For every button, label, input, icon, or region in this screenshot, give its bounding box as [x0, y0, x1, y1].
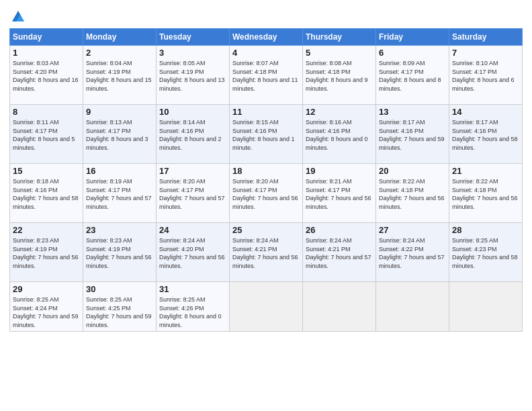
column-header-monday: Monday	[83, 29, 157, 46]
calendar-cell: 28 Sunrise: 8:25 AMSunset: 4:23 PMDaylig…	[449, 223, 523, 282]
day-info: Sunrise: 8:22 AMSunset: 4:18 PMDaylight:…	[452, 178, 518, 210]
day-info: Sunrise: 8:20 AMSunset: 4:17 PMDaylight:…	[232, 178, 298, 210]
day-info: Sunrise: 8:23 AMSunset: 4:19 PMDaylight:…	[86, 237, 152, 269]
day-info: Sunrise: 8:25 AMSunset: 4:23 PMDaylight:…	[452, 237, 518, 269]
day-number: 5	[306, 48, 373, 58]
day-info: Sunrise: 8:17 AMSunset: 4:16 PMDaylight:…	[379, 119, 445, 151]
calendar-cell: 3 Sunrise: 8:05 AMSunset: 4:19 PMDayligh…	[157, 46, 230, 105]
day-info: Sunrise: 8:20 AMSunset: 4:17 PMDaylight:…	[159, 178, 225, 210]
calendar-cell: 2 Sunrise: 8:04 AMSunset: 4:19 PMDayligh…	[83, 46, 157, 105]
logo	[9, 7, 26, 24]
day-number: 8	[13, 107, 80, 117]
day-info: Sunrise: 8:04 AMSunset: 4:19 PMDaylight:…	[86, 60, 152, 92]
day-info: Sunrise: 8:22 AMSunset: 4:18 PMDaylight:…	[379, 178, 445, 210]
calendar-cell: 23 Sunrise: 8:23 AMSunset: 4:19 PMDaylig…	[83, 223, 157, 282]
calendar-cell	[303, 282, 376, 332]
day-info: Sunrise: 8:25 AMSunset: 4:25 PMDaylight:…	[86, 296, 152, 328]
day-info: Sunrise: 8:05 AMSunset: 4:19 PMDaylight:…	[159, 60, 225, 92]
day-number: 25	[232, 225, 300, 235]
calendar-cell	[230, 282, 303, 332]
calendar-cell: 19 Sunrise: 8:21 AMSunset: 4:17 PMDaylig…	[303, 164, 376, 223]
day-number: 2	[86, 48, 153, 58]
calendar-cell: 1 Sunrise: 8:03 AMSunset: 4:20 PMDayligh…	[10, 46, 83, 105]
day-info: Sunrise: 8:24 AMSunset: 4:20 PMDaylight:…	[159, 237, 225, 269]
page: SundayMondayTuesdayWednesdayThursdayFrid…	[0, 0, 532, 411]
day-number: 7	[452, 48, 519, 58]
calendar-cell: 4 Sunrise: 8:07 AMSunset: 4:18 PMDayligh…	[230, 46, 303, 105]
day-number: 18	[232, 166, 300, 176]
day-info: Sunrise: 8:03 AMSunset: 4:20 PMDaylight:…	[13, 60, 79, 92]
calendar: SundayMondayTuesdayWednesdayThursdayFrid…	[9, 28, 523, 332]
day-info: Sunrise: 8:25 AMSunset: 4:24 PMDaylight:…	[13, 296, 79, 328]
calendar-cell: 27 Sunrise: 8:24 AMSunset: 4:22 PMDaylig…	[376, 223, 449, 282]
day-number: 4	[232, 48, 300, 58]
day-number: 21	[452, 166, 519, 176]
day-info: Sunrise: 8:24 AMSunset: 4:22 PMDaylight:…	[379, 237, 445, 269]
day-number: 26	[306, 225, 373, 235]
calendar-cell: 20 Sunrise: 8:22 AMSunset: 4:18 PMDaylig…	[376, 164, 449, 223]
day-info: Sunrise: 8:10 AMSunset: 4:17 PMDaylight:…	[452, 60, 515, 92]
day-number: 19	[306, 166, 373, 176]
calendar-cell: 25 Sunrise: 8:24 AMSunset: 4:21 PMDaylig…	[230, 223, 303, 282]
day-info: Sunrise: 8:24 AMSunset: 4:21 PMDaylight:…	[306, 237, 371, 269]
day-info: Sunrise: 8:18 AMSunset: 4:16 PMDaylight:…	[13, 178, 79, 210]
calendar-cell: 8 Sunrise: 8:11 AMSunset: 4:17 PMDayligh…	[10, 105, 83, 164]
calendar-header-row: SundayMondayTuesdayWednesdayThursdayFrid…	[10, 29, 523, 46]
calendar-cell: 7 Sunrise: 8:10 AMSunset: 4:17 PMDayligh…	[449, 46, 523, 105]
day-number: 3	[159, 48, 226, 58]
calendar-cell: 5 Sunrise: 8:08 AMSunset: 4:18 PMDayligh…	[303, 46, 376, 105]
calendar-cell: 9 Sunrise: 8:13 AMSunset: 4:17 PMDayligh…	[83, 105, 157, 164]
day-number: 1	[13, 48, 80, 58]
day-number: 20	[379, 166, 446, 176]
day-number: 24	[159, 225, 226, 235]
day-info: Sunrise: 8:16 AMSunset: 4:16 PMDaylight:…	[306, 119, 368, 151]
day-number: 23	[86, 225, 153, 235]
day-number: 16	[86, 166, 153, 176]
day-number: 30	[86, 284, 153, 294]
day-number: 10	[159, 107, 226, 117]
day-number: 6	[379, 48, 446, 58]
day-info: Sunrise: 8:13 AMSunset: 4:17 PMDaylight:…	[86, 119, 148, 151]
calendar-week-row: 8 Sunrise: 8:11 AMSunset: 4:17 PMDayligh…	[10, 105, 523, 164]
day-info: Sunrise: 8:07 AMSunset: 4:18 PMDaylight:…	[232, 60, 298, 92]
calendar-cell: 31 Sunrise: 8:25 AMSunset: 4:26 PMDaylig…	[157, 282, 230, 332]
calendar-cell	[449, 282, 523, 332]
calendar-cell	[376, 282, 449, 332]
calendar-cell: 30 Sunrise: 8:25 AMSunset: 4:25 PMDaylig…	[83, 282, 157, 332]
day-info: Sunrise: 8:23 AMSunset: 4:19 PMDaylight:…	[13, 237, 79, 269]
calendar-cell: 29 Sunrise: 8:25 AMSunset: 4:24 PMDaylig…	[10, 282, 83, 332]
day-info: Sunrise: 8:09 AMSunset: 4:17 PMDaylight:…	[379, 60, 441, 92]
day-number: 29	[13, 284, 80, 294]
calendar-week-row: 29 Sunrise: 8:25 AMSunset: 4:24 PMDaylig…	[10, 282, 523, 332]
day-number: 9	[86, 107, 153, 117]
day-info: Sunrise: 8:17 AMSunset: 4:16 PMDaylight:…	[452, 119, 518, 151]
calendar-cell: 12 Sunrise: 8:16 AMSunset: 4:16 PMDaylig…	[303, 105, 376, 164]
calendar-cell: 6 Sunrise: 8:09 AMSunset: 4:17 PMDayligh…	[376, 46, 449, 105]
column-header-thursday: Thursday	[303, 29, 376, 46]
calendar-cell: 22 Sunrise: 8:23 AMSunset: 4:19 PMDaylig…	[10, 223, 83, 282]
calendar-cell: 15 Sunrise: 8:18 AMSunset: 4:16 PMDaylig…	[10, 164, 83, 223]
calendar-week-row: 22 Sunrise: 8:23 AMSunset: 4:19 PMDaylig…	[10, 223, 523, 282]
calendar-cell: 24 Sunrise: 8:24 AMSunset: 4:20 PMDaylig…	[157, 223, 230, 282]
calendar-week-row: 15 Sunrise: 8:18 AMSunset: 4:16 PMDaylig…	[10, 164, 523, 223]
day-info: Sunrise: 8:11 AMSunset: 4:17 PMDaylight:…	[13, 119, 75, 151]
header	[9, 7, 523, 24]
day-number: 15	[13, 166, 80, 176]
calendar-cell: 11 Sunrise: 8:15 AMSunset: 4:16 PMDaylig…	[230, 105, 303, 164]
day-number: 27	[379, 225, 446, 235]
calendar-cell: 14 Sunrise: 8:17 AMSunset: 4:16 PMDaylig…	[449, 105, 523, 164]
column-header-sunday: Sunday	[10, 29, 83, 46]
day-number: 28	[452, 225, 519, 235]
day-number: 14	[452, 107, 519, 117]
calendar-cell: 16 Sunrise: 8:19 AMSunset: 4:17 PMDaylig…	[83, 164, 157, 223]
calendar-cell: 10 Sunrise: 8:14 AMSunset: 4:16 PMDaylig…	[157, 105, 230, 164]
calendar-cell: 13 Sunrise: 8:17 AMSunset: 4:16 PMDaylig…	[376, 105, 449, 164]
calendar-cell: 18 Sunrise: 8:20 AMSunset: 4:17 PMDaylig…	[230, 164, 303, 223]
day-info: Sunrise: 8:25 AMSunset: 4:26 PMDaylight:…	[159, 296, 222, 328]
day-number: 31	[159, 284, 226, 294]
calendar-cell: 21 Sunrise: 8:22 AMSunset: 4:18 PMDaylig…	[449, 164, 523, 223]
day-info: Sunrise: 8:08 AMSunset: 4:18 PMDaylight:…	[306, 60, 368, 92]
calendar-cell: 17 Sunrise: 8:20 AMSunset: 4:17 PMDaylig…	[157, 164, 230, 223]
day-info: Sunrise: 8:24 AMSunset: 4:21 PMDaylight:…	[232, 237, 298, 269]
column-header-saturday: Saturday	[449, 29, 523, 46]
